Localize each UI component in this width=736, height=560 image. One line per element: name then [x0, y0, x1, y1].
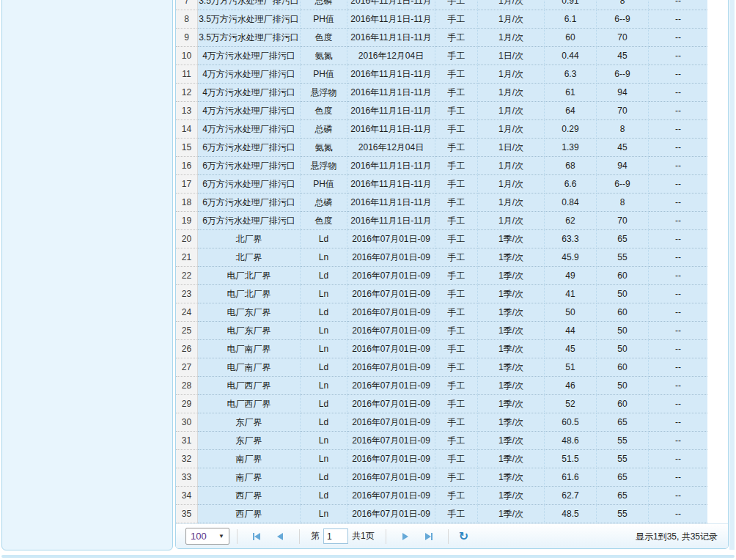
- table-row[interactable]: 26电厂南厂界Ln2016年07月01日-09手工1季/次4550--: [176, 340, 708, 358]
- cell-method: 手工: [435, 487, 478, 505]
- page-number-input[interactable]: [323, 528, 348, 544]
- cell-date: 2016年07月01日-09: [347, 450, 435, 468]
- cell-name: 4万方污水处理厂排污口: [198, 84, 301, 102]
- table-row[interactable]: 33南厂界Ld2016年07月01日-09手工1季/次61.665--: [176, 468, 708, 487]
- table-row[interactable]: 83.5万方污水处理厂排污口PH值2016年11月1日-11月手工1月/次6.1…: [176, 10, 708, 29]
- table-row[interactable]: 25电厂东厂界Ln2016年07月01日-09手工1季/次4450--: [176, 322, 708, 340]
- cell-date: 2016年11月1日-11月: [347, 29, 435, 47]
- table-row[interactable]: 34西厂界Ld2016年07月01日-09手工1季/次62.765--: [176, 487, 708, 505]
- table-row[interactable]: 124万方污水处理厂排污口悬浮物2016年11月1日-11月手工1月/次6194…: [176, 84, 708, 102]
- cell-extra: --: [649, 322, 707, 340]
- table-row[interactable]: 73.5万方污水处理厂排污口总磷2016年11月1日-11月手工1月/次0.91…: [176, 0, 708, 10]
- cell-param: Ld: [301, 395, 347, 413]
- table-row[interactable]: 144万方污水处理厂排污口总磷2016年11月1日-11月手工1月/次0.298…: [176, 120, 708, 139]
- cell-param: Ld: [301, 303, 347, 322]
- table-row[interactable]: 21北厂界Ln2016年07月01日-09手工1季/次45.955--: [176, 248, 708, 267]
- cell-value: 6.6: [545, 175, 597, 194]
- cell-freq: 1季/次: [478, 303, 545, 322]
- cell-name: 电厂南厂界: [198, 358, 301, 377]
- cell-date: 2016年07月01日-09: [347, 267, 435, 285]
- cell-limit: 65: [597, 468, 649, 487]
- table-row[interactable]: 176万方污水处理厂排污口PH值2016年11月1日-11月手工1月/次6.66…: [176, 175, 708, 194]
- cell-method: 手工: [435, 212, 478, 230]
- cell-date: 2016年07月01日-09: [347, 468, 435, 487]
- cell-limit: 60: [597, 395, 649, 413]
- cell-num: 11: [176, 65, 198, 84]
- cell-num: 29: [176, 395, 198, 413]
- table-row[interactable]: 166万方污水处理厂排污口悬浮物2016年11月1日-11月手工1月/次6894…: [176, 157, 708, 175]
- cell-limit: 60: [597, 267, 649, 285]
- cell-param: 悬浮物: [301, 84, 347, 102]
- cell-name: 3.5万方污水处理厂排污口: [198, 29, 301, 47]
- table-row[interactable]: 104万方污水处理厂排污口氨氮2016年12月04日手工1日/次0.4445--: [176, 47, 708, 65]
- table-row[interactable]: 114万方污水处理厂排污口PH值2016年11月1日-11月手工1月/次6.36…: [176, 65, 708, 84]
- cell-freq: 1季/次: [478, 267, 545, 285]
- cell-extra: --: [649, 212, 707, 230]
- cell-limit: 70: [597, 29, 649, 47]
- cell-limit: 8: [597, 194, 649, 212]
- cell-num: 22: [176, 267, 198, 285]
- cell-value: 45: [545, 340, 597, 358]
- cell-num: 20: [176, 230, 198, 248]
- table-row[interactable]: 30东厂界Ld2016年07月01日-09手工1季/次60.565--: [176, 413, 708, 432]
- table-row[interactable]: 156万方污水处理厂排污口氨氮2016年12月04日手工1日/次1.3945--: [176, 139, 708, 157]
- table-row[interactable]: 35西厂界Ln2016年07月01日-09手工1季/次48.555--: [176, 505, 708, 523]
- table-row[interactable]: 22电厂北厂界Ld2016年07月01日-09手工1季/次4960--: [176, 267, 708, 285]
- cell-param: Ld: [301, 413, 347, 432]
- first-page-icon[interactable]: [248, 528, 265, 545]
- cell-value: 41: [545, 285, 597, 303]
- cell-method: 手工: [435, 194, 478, 212]
- cell-method: 手工: [435, 157, 478, 175]
- table-row[interactable]: 24电厂东厂界Ld2016年07月01日-09手工1季/次5060--: [176, 303, 708, 322]
- cell-value: 46: [545, 377, 597, 395]
- cell-param: 色度: [301, 102, 347, 120]
- last-page-triangle: [425, 533, 431, 540]
- cell-name: 南厂界: [198, 450, 301, 468]
- cell-date: 2016年07月01日-09: [347, 303, 435, 322]
- cell-num: 10: [176, 47, 198, 65]
- table-row[interactable]: 32南厂界Ln2016年07月01日-09手工1季/次51.555--: [176, 450, 708, 468]
- cell-extra: --: [649, 102, 707, 120]
- cell-method: 手工: [435, 505, 478, 523]
- prev-page-icon[interactable]: [271, 528, 289, 545]
- cell-date: 2016年07月01日-09: [347, 340, 435, 358]
- table-row[interactable]: 31东厂界Ln2016年07月01日-09手工1季/次48.655--: [176, 432, 708, 450]
- cell-extra: --: [649, 139, 707, 157]
- cell-method: 手工: [435, 84, 478, 102]
- cell-freq: 1月/次: [478, 0, 545, 10]
- cell-name: 电厂东厂界: [198, 322, 301, 340]
- cell-limit: 55: [597, 450, 649, 468]
- cell-method: 手工: [435, 340, 478, 358]
- table-row[interactable]: 134万方污水处理厂排污口色度2016年11月1日-11月手工1月/次6470-…: [176, 102, 708, 120]
- table-row[interactable]: 186万方污水处理厂排污口总磷2016年11月1日-11月手工1月/次0.848…: [176, 194, 708, 212]
- last-page-icon[interactable]: [420, 528, 438, 545]
- cell-name: 电厂东厂界: [198, 303, 301, 322]
- cell-param: 总磷: [301, 194, 347, 212]
- table-row[interactable]: 28电厂西厂界Ln2016年07月01日-09手工1季/次4650--: [176, 377, 708, 395]
- table-row[interactable]: 196万方污水处理厂排污口色度2016年11月1日-11月手工1月/次6270-…: [176, 212, 708, 230]
- table-row[interactable]: 29电厂西厂界Ld2016年07月01日-09手工1季/次5260--: [176, 395, 708, 413]
- cell-freq: 1季/次: [478, 413, 545, 432]
- cell-extra: --: [649, 432, 707, 450]
- cell-name: 南厂界: [198, 468, 301, 487]
- cell-method: 手工: [435, 175, 478, 194]
- table-row[interactable]: 93.5万方污水处理厂排污口色度2016年11月1日-11月手工1月/次6070…: [176, 29, 708, 47]
- cell-freq: 1季/次: [478, 468, 545, 487]
- cell-extra: --: [649, 84, 707, 102]
- table-row[interactable]: 23电厂北厂界Ln2016年07月01日-09手工1季/次4150--: [176, 285, 708, 303]
- cell-name: 6万方污水处理厂排污口: [198, 139, 301, 157]
- page-size-select[interactable]: 100 ▼: [185, 528, 229, 545]
- cell-param: Ln: [301, 322, 347, 340]
- cell-method: 手工: [435, 248, 478, 267]
- cell-limit: 60: [597, 303, 649, 322]
- cell-name: 6万方污水处理厂排污口: [198, 175, 301, 194]
- table-row[interactable]: 20北厂界Ld2016年07月01日-09手工1季/次63.365--: [176, 230, 708, 248]
- refresh-icon[interactable]: ↻: [459, 529, 468, 543]
- cell-freq: 1季/次: [478, 358, 545, 377]
- table-row[interactable]: 27电厂南厂界Ld2016年07月01日-09手工1季/次5160--: [176, 358, 708, 377]
- cell-method: 手工: [435, 267, 478, 285]
- cell-num: 28: [176, 377, 198, 395]
- cell-date: 2016年11月1日-11月: [347, 65, 435, 84]
- next-page-icon[interactable]: [397, 528, 414, 545]
- cell-name: 电厂北厂界: [198, 267, 301, 285]
